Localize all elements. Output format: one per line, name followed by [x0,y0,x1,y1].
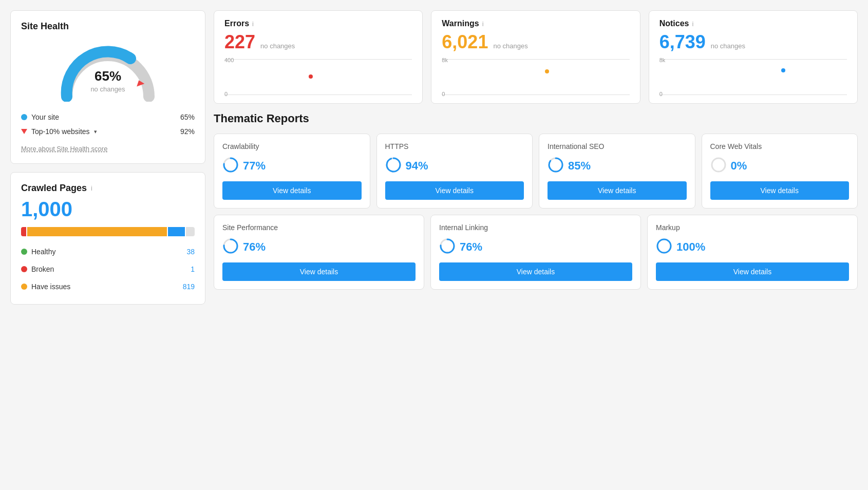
issues-label: Have issues [31,282,70,291]
legend-row-top10: Top-10% websites ▾ 92% [21,124,195,139]
your-site-value: 65% [180,113,195,121]
report-score-row: 76% [222,238,416,256]
more-about-link[interactable]: More about Site Health score [21,145,107,153]
notices-header: Notices i [659,19,847,28]
report-card-crawlability: Crawlability 77%View details [214,134,370,209]
notices-label: Notices [659,19,689,28]
report-name: Internal Linking [439,223,632,232]
gauge-center: 65% no changes [90,68,125,93]
notices-info-icon[interactable]: i [692,20,693,28]
circle-progress-icon [385,157,402,175]
view-details-button[interactable]: View details [548,181,687,200]
notices-no-changes: no changes [711,42,745,50]
view-details-button[interactable]: View details [222,262,416,281]
errors-label: Errors [224,19,249,28]
crawled-pages-card: Crawled Pages i 1,000 Healthy 38 [10,172,205,305]
legend-row-your-site: Your site 65% [21,110,195,124]
errors-chart-top-label: 400 [224,57,234,63]
right-column: Errors i 227 no changes 400 0 W [214,10,858,305]
warnings-chart-dot [545,69,549,73]
report-score: 100% [676,240,705,254]
notices-card: Notices i 6,739 no changes 8k 0 [649,10,858,104]
errors-info-icon[interactable]: i [252,20,254,28]
legend-issues: Have issues 819 [21,279,195,294]
notices-chart: 8k 0 [659,59,847,95]
report-score: 85% [568,159,591,173]
circle-progress-icon [548,157,564,175]
report-card-markup: Markup 100%View details [647,215,858,290]
dot-red-icon [21,266,27,272]
dot-blue-icon [21,114,27,120]
chevron-down-icon: ▾ [94,128,97,135]
errors-chart-line-top [224,59,412,60]
view-details-button[interactable]: View details [439,262,632,281]
report-card-internal-linking: Internal Linking 76%View details [430,215,641,290]
warnings-chart-line-top [442,59,629,60]
report-score: 77% [243,159,266,173]
warnings-chart: 8k 0 [442,59,629,95]
errors-value-row: 227 no changes [224,31,412,53]
report-name: International SEO [548,142,687,150]
warnings-value: 6,021 [442,31,488,53]
notices-value-row: 6,739 no changes [659,31,847,53]
warnings-card: Warnings i 6,021 no changes 8k 0 [431,10,640,104]
report-name: HTTPS [385,142,524,150]
gauge-percent: 65% [90,68,125,84]
crawled-legend: Healthy 38 Broken 1 Have issues [21,244,195,294]
report-name: Crawlability [222,142,362,150]
notices-chart-line-top [659,59,847,60]
circle-progress-icon [222,238,239,256]
view-details-button[interactable]: View details [656,262,849,281]
report-card-site-performance: Site Performance 76%View details [214,215,424,290]
warnings-info-icon[interactable]: i [482,20,484,28]
svg-point-7 [712,158,725,172]
report-name: Core Web Vitals [710,142,850,150]
errors-chart-dot [309,74,313,79]
seg-other [186,227,195,236]
view-details-button[interactable]: View details [385,181,524,200]
triangle-down-icon [21,129,27,134]
warnings-chart-bottom-label: 0 [442,91,445,97]
left-column: Site Health 65% no changes [10,10,205,305]
report-card-international-seo: International SEO 85%View details [539,134,695,209]
report-name: Markup [656,223,849,232]
report-score: 0% [731,159,747,173]
healthy-label: Healthy [31,248,55,256]
warnings-value-row: 6,021 no changes [442,31,629,53]
thematic-reports-title: Thematic Reports [214,112,858,125]
legend-broken: Broken 1 [21,262,195,276]
thematic-reports-section: Thematic Reports Crawlability 77%View de… [214,112,858,290]
warnings-label: Warnings [442,19,479,28]
view-details-button[interactable]: View details [710,181,850,200]
warnings-chart-line-bottom [442,95,629,95]
report-score-row: 0% [710,157,850,175]
circle-progress-icon [222,157,239,175]
warnings-header: Warnings i [442,19,629,28]
healthy-value: 38 [186,248,195,256]
dot-orange-icon [21,284,27,290]
progress-bar [21,227,195,236]
issues-value: 819 [183,282,195,291]
broken-label: Broken [31,265,54,273]
report-score-row: 76% [439,238,632,256]
report-score-row: 94% [385,157,524,175]
report-card-core-web-vitals: Core Web Vitals 0%View details [702,134,858,209]
notices-chart-dot [781,68,785,72]
gauge-container: 65% no changes [21,40,195,102]
your-site-label: Your site [31,113,59,121]
crawled-pages-title: Crawled Pages [21,183,87,194]
crawled-pages-info-icon[interactable]: i [91,184,92,192]
warnings-no-changes: no changes [493,42,527,50]
notices-chart-top-label: 8k [659,57,666,63]
view-details-button[interactable]: View details [222,181,362,200]
report-card-https: HTTPS 94%View details [376,134,533,209]
broken-value: 1 [191,265,195,273]
errors-header: Errors i [224,19,412,28]
report-score-row: 77% [222,157,362,175]
reports-grid-top: Crawlability 77%View detailsHTTPS 94%Vie… [214,134,858,209]
errors-chart-line-bottom [224,95,412,95]
report-score-row: 100% [656,238,849,256]
errors-value: 227 [224,31,255,53]
dashboard: Site Health 65% no changes [10,10,858,305]
gauge-no-changes: no changes [90,85,125,93]
